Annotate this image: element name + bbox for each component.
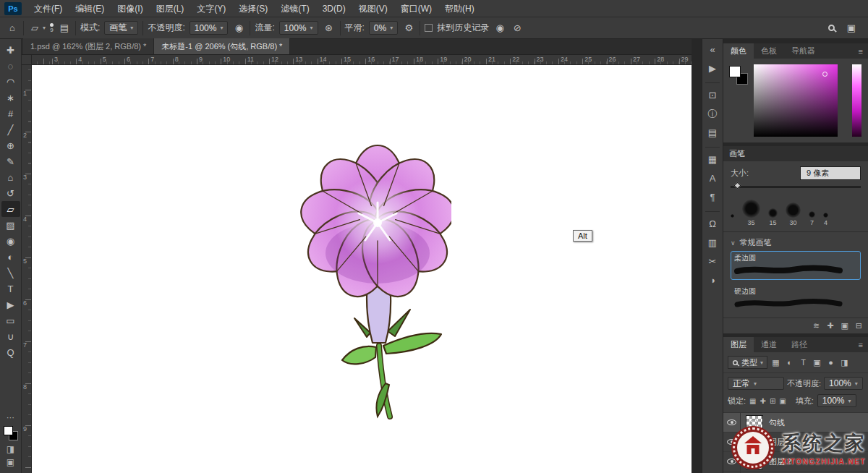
filter-toggle-icon[interactable]: ◨	[839, 358, 850, 367]
healing-brush-tool[interactable]: ⊕	[1, 137, 20, 153]
scroll-gutter[interactable]	[692, 39, 702, 473]
pen-tool[interactable]: ╲	[1, 265, 20, 281]
search-icon[interactable]	[828, 25, 835, 31]
collapse-panels-icon[interactable]: «	[710, 45, 715, 56]
dodge-tool[interactable]: ◐	[1, 249, 20, 265]
menu-item[interactable]: 滤镜(T)	[274, 0, 315, 17]
menu-item[interactable]: 窗口(W)	[394, 0, 438, 17]
brush-preset-hard-round[interactable]: 硬边圆	[731, 284, 861, 313]
menu-item[interactable]: 文字(Y)	[190, 0, 232, 17]
menu-item[interactable]: 视图(V)	[352, 0, 394, 17]
filter-smart-icon[interactable]: ●	[825, 358, 836, 367]
brush-tool[interactable]: ✎	[1, 153, 20, 169]
document-tab-2[interactable]: 未标题-1 @ 206% (勾线, RGB/8) *	[154, 38, 290, 54]
tab-paths[interactable]: 路径	[784, 337, 814, 352]
document-tab-1[interactable]: 1.psd @ 162% (图层 2, RGB/8) *	[23, 38, 154, 54]
clone-source-panel-icon[interactable]: ⊡	[709, 90, 717, 102]
new-brush-icon[interactable]: ✚	[827, 321, 833, 331]
filter-pixel-icon[interactable]: ▦	[770, 358, 781, 367]
eraser-tool[interactable]: ▱	[1, 201, 20, 217]
clone-stamp-tool[interactable]: ⌂	[1, 169, 20, 185]
quick-selection-tool[interactable]: ∗	[1, 90, 20, 106]
tab-layers[interactable]: 图层	[723, 337, 754, 352]
tablet-pressure-icon[interactable]: ◉	[493, 22, 506, 33]
smoothing-select[interactable]: 0% ▾	[369, 21, 398, 35]
blur-tool[interactable]: ◉	[1, 233, 20, 249]
home-icon[interactable]: ⌂	[6, 22, 19, 33]
libraries-panel-icon[interactable]: ▥	[708, 238, 717, 250]
tool-preset-picker[interactable]: ▱ ▾	[28, 22, 46, 33]
glyphs-panel-icon[interactable]: Ω	[709, 219, 716, 231]
brush-settings-toggle-icon[interactable]: ▤	[58, 22, 71, 33]
hue-slider[interactable]	[852, 64, 861, 137]
menu-item[interactable]: 编辑(E)	[69, 0, 111, 17]
paragraph-panel-icon[interactable]: ¶	[710, 192, 715, 204]
brush-tip[interactable]: 35	[742, 200, 760, 226]
panel-menu-icon[interactable]: ≡	[854, 43, 868, 59]
quick-mask-icon[interactable]: ◨	[7, 444, 14, 454]
lock-all-icon[interactable]: ▣	[779, 397, 786, 405]
new-group-icon[interactable]: ▣	[841, 321, 848, 331]
edit-toolbar-icon[interactable]: ⋯	[7, 413, 14, 422]
delete-brush-icon[interactable]: ⊟	[856, 321, 862, 331]
mode-select[interactable]: 画笔 ▾	[104, 21, 138, 35]
hand-tool[interactable]: ∪	[1, 328, 20, 344]
screen-mode-icon[interactable]: ▣	[7, 457, 14, 467]
tab-channels[interactable]: 通道	[754, 337, 784, 352]
filter-type-icon[interactable]: T	[798, 358, 809, 367]
menu-item[interactable]: 3D(D)	[316, 0, 352, 17]
filter-shape-icon[interactable]: ▣	[812, 358, 822, 367]
adjustments-panel-icon[interactable]: ◑	[710, 276, 715, 287]
opacity-select[interactable]: 100% ▾	[190, 21, 229, 35]
brush-tip[interactable]: 15	[768, 208, 778, 226]
fill-select[interactable]: 100% ▾	[817, 394, 856, 407]
brush-tip[interactable]: 4	[823, 213, 828, 226]
tab-swatches[interactable]: 色板	[754, 43, 784, 59]
brush-tip[interactable]: 30	[786, 203, 801, 226]
zoom-tool[interactable]: Q	[1, 344, 20, 360]
tool-presets-panel-icon[interactable]: ✂	[709, 257, 717, 268]
symmetry-icon[interactable]: ⊘	[511, 22, 524, 33]
color-swatches[interactable]	[3, 425, 19, 441]
foreground-color-swatch[interactable]	[4, 426, 13, 435]
menu-item[interactable]: 文件(F)	[27, 0, 69, 17]
brush-tip[interactable]: 7	[809, 211, 815, 226]
brush-size-slider[interactable]	[731, 186, 861, 188]
path-selection-tool[interactable]: ▶	[1, 297, 20, 312]
character-panel-icon[interactable]: A	[710, 174, 716, 185]
brush-tip[interactable]	[731, 214, 734, 226]
crop-tool[interactable]: #	[1, 106, 20, 122]
gradient-tool[interactable]: ▨	[1, 217, 20, 233]
blend-mode-select[interactable]: 正常 ▾	[728, 377, 784, 390]
brush-group-row[interactable]: ∨ 常规画笔	[731, 237, 861, 248]
history-brush-tool[interactable]: ↺	[1, 185, 20, 201]
color-picker-cursor[interactable]	[822, 72, 827, 77]
type-tool[interactable]: T	[1, 281, 20, 297]
brush-preset-soft-round[interactable]: 柔边圆	[731, 251, 861, 280]
brush-size-field[interactable]: 9 像素	[800, 166, 861, 180]
tab-color[interactable]: 颜色	[723, 43, 754, 59]
info-panel-icon[interactable]: ⓘ	[708, 109, 718, 121]
erase-to-history-checkbox[interactable]	[425, 24, 433, 32]
brush-preset-picker[interactable]: 9	[50, 23, 54, 33]
airbrush-icon[interactable]: ⊛	[323, 22, 336, 33]
workspace-icon[interactable]: ▣	[845, 22, 858, 33]
gear-icon[interactable]: ⚙	[402, 22, 415, 33]
layer-filter-select[interactable]: 类型 ▾	[728, 356, 767, 369]
lasso-tool[interactable]: ◠	[1, 74, 20, 90]
slider-thumb[interactable]	[734, 182, 741, 189]
brush-panel-header[interactable]: 画笔	[723, 146, 868, 161]
tab-navigator[interactable]: 导航器	[784, 43, 822, 59]
menu-item[interactable]: 图像(I)	[111, 0, 149, 17]
menu-item[interactable]: 图层(L)	[150, 0, 191, 17]
actions-panel-icon[interactable]: ▶	[709, 64, 716, 75]
lock-pixels-icon[interactable]: ✚	[760, 397, 766, 405]
filter-adjustment-icon[interactable]: ◐	[784, 358, 795, 367]
stroke-preview-toggle-icon[interactable]: ≋	[813, 321, 820, 331]
canvas[interactable]: Alt	[32, 65, 692, 473]
menu-item[interactable]: 选择(S)	[232, 0, 274, 17]
panel-menu-icon[interactable]: ≡	[854, 337, 868, 352]
lock-position-icon[interactable]: ⊞	[770, 397, 775, 405]
shape-tool[interactable]: ▭	[1, 312, 20, 328]
move-tool[interactable]: ✚	[1, 42, 20, 58]
